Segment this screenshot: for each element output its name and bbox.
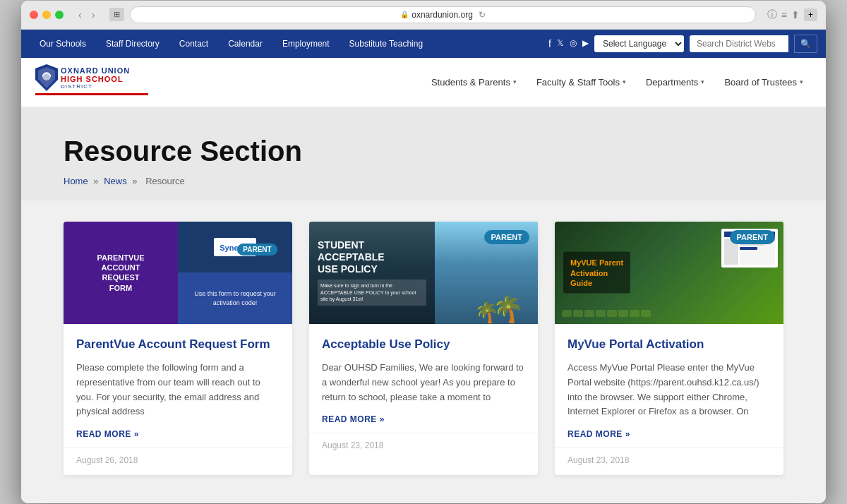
breadcrumb-sep2: » <box>132 176 140 186</box>
nav-our-schools[interactable]: Our Schools <box>30 30 96 58</box>
nav-menu: Students & Parents ▾ Faculty & Staff Too… <box>423 71 812 93</box>
nav-buttons: ‹ › <box>75 8 98 22</box>
logo-subtitle: DISTRICT <box>61 83 130 90</box>
card-parentvue-text: Please complete the following form and a… <box>76 361 280 419</box>
social-icons: f 𝕏 ◎ ▶ <box>548 38 589 49</box>
keyboard-keys <box>562 310 776 317</box>
close-button[interactable] <box>30 11 38 19</box>
address-bar[interactable]: 🔒 oxnardunion.org ↻ <box>130 6 755 23</box>
card-myvue-body: MyVue Portal Activation Access MyVue Por… <box>555 324 783 448</box>
card-acceptable-use-title: Acceptable Use Policy <box>322 337 525 352</box>
logo-line <box>35 93 148 95</box>
card-acceptable-use-date: August 23, 2018 <box>309 433 538 460</box>
breadcrumb-current: Resource <box>145 176 185 186</box>
forward-button[interactable]: › <box>88 8 99 22</box>
nav-staff-directory[interactable]: Staff Directory <box>96 30 169 58</box>
logo-text: OXNARD UNION HIGH SCHOOL DISTRICT <box>61 66 130 90</box>
traffic-lights <box>30 11 64 19</box>
browser-actions: ⓘ ≡ ⬆ + <box>767 8 817 21</box>
card-acceptable-use-badge: PARENT <box>484 230 529 244</box>
card1-bl-text: Use this form to request your activation… <box>182 289 288 307</box>
logo-top: OXNARD UNION HIGH SCHOOL DISTRICT <box>35 64 130 91</box>
logo-shield-icon <box>35 64 58 91</box>
card2-title: STUDENTACCEPTABLEUSE POLICY <box>318 239 426 275</box>
tab-icon: ⊞ <box>109 8 124 21</box>
card-myvue-badge: PARENT <box>730 230 775 244</box>
facebook-icon[interactable]: f <box>548 38 551 49</box>
reader-button[interactable]: ≡ <box>781 8 787 21</box>
refresh-icon[interactable]: ↻ <box>479 10 486 20</box>
language-select[interactable]: Select Language <box>594 35 684 52</box>
page-content: Resource Section Home » News » Resource … <box>21 107 826 503</box>
nav-contact[interactable]: Contact <box>169 30 218 58</box>
card1-tl-text: PARENTVUEACCOUNTREQUESTFORM <box>97 253 144 293</box>
card-myvue-image: MyVUE ParentActivationGuide <box>555 222 783 324</box>
card1-tl: PARENTVUEACCOUNTREQUESTFORM <box>64 222 178 324</box>
chevron-down-icon: ▾ <box>623 78 626 85</box>
logo-area: OXNARD UNION HIGH SCHOOL DISTRICT <box>35 64 148 100</box>
card-parentvue-image: PARENTVUEACCOUNTREQUESTFORM Synergy PARE… <box>64 222 292 324</box>
card-myvue: MyVUE ParentActivationGuide <box>555 222 783 475</box>
nav-calendar[interactable]: Calendar <box>218 30 272 58</box>
card1-bl: Use this form to request your activation… <box>178 272 292 324</box>
youtube-icon[interactable]: ▶ <box>582 38 589 49</box>
search-input[interactable] <box>690 35 788 52</box>
top-nav-links: Our Schools Staff Directory Contact Cale… <box>30 30 548 58</box>
info-button[interactable]: ⓘ <box>767 8 777 21</box>
expand-button[interactable]: + <box>804 8 817 21</box>
main-nav: OXNARD UNION HIGH SCHOOL DISTRICT Studen… <box>21 58 826 107</box>
chevron-down-icon: ▾ <box>701 78 704 85</box>
top-nav-right: f 𝕏 ◎ ▶ Select Language 🔍 <box>548 35 817 53</box>
card3-title-overlay: MyVUE ParentActivationGuide <box>563 252 630 294</box>
nav-board-trustees[interactable]: Board of Trustees ▾ <box>716 71 812 93</box>
tab-bar: ⊞ <box>109 8 124 21</box>
instagram-icon[interactable]: ◎ <box>570 38 577 49</box>
page-title: Resource Section <box>64 136 783 167</box>
cards-grid: PARENTVUEACCOUNTREQUESTFORM Synergy PARE… <box>21 200 826 503</box>
nav-employment[interactable]: Employment <box>272 30 340 58</box>
card-parentvue-read-more[interactable]: READ MORE » <box>76 429 280 439</box>
card-parentvue-title: ParentVue Account Request Form <box>76 337 280 352</box>
maximize-button[interactable] <box>55 11 64 19</box>
browser-titlebar: ‹ › ⊞ 🔒 oxnardunion.org ↻ ⓘ ≡ ⬆ + <box>21 1 826 30</box>
url-text: oxnardunion.org <box>412 10 473 20</box>
card1-tr: Synergy PARENT <box>178 222 292 273</box>
card-myvue-date: August 23, 2018 <box>555 448 783 475</box>
minimize-button[interactable] <box>42 11 51 19</box>
card3-title-text: MyVUE ParentActivationGuide <box>570 258 623 288</box>
card-parentvue-badge: PARENT <box>237 244 277 256</box>
share-button[interactable]: ⬆ <box>791 8 800 21</box>
logo: OXNARD UNION HIGH SCHOOL DISTRICT <box>35 64 148 100</box>
breadcrumb-home[interactable]: Home <box>64 176 88 186</box>
nav-departments[interactable]: Departments ▾ <box>637 71 713 93</box>
card-acceptable-use-read-more[interactable]: READ MORE » <box>322 414 525 424</box>
card-parentvue: PARENTVUEACCOUNTREQUESTFORM Synergy PARE… <box>64 222 292 475</box>
card-parentvue-date: August 26, 2018 <box>64 448 292 475</box>
page-header: Resource Section Home » News » Resource <box>21 107 826 200</box>
chevron-down-icon: ▾ <box>513 78 517 85</box>
browser-window: ‹ › ⊞ 🔒 oxnardunion.org ↻ ⓘ ≡ ⬆ + Our Sc… <box>21 1 826 503</box>
card2-overlay: STUDENTACCEPTABLEUSE POLICY Make sure to… <box>309 222 435 324</box>
card-acceptable-use-body: Acceptable Use Policy Dear OUHSD Familie… <box>309 324 538 433</box>
card2-subtitle-text: Make sure to sign and turn in the ACCEPT… <box>320 282 424 303</box>
card-acceptable-use-text: Dear OUHSD Families, We are looking forw… <box>322 361 525 404</box>
breadcrumb-news[interactable]: News <box>104 176 127 186</box>
lock-icon: 🔒 <box>400 11 409 18</box>
back-button[interactable]: ‹ <box>75 8 85 22</box>
twitter-icon[interactable]: 𝕏 <box>557 38 564 49</box>
card-acceptable-use: 🌴 🌴 STUDENTACCEPTABLEUSE POLICY Make sur… <box>309 222 538 475</box>
breadcrumb-sep1: » <box>93 176 101 186</box>
chevron-down-icon: ▾ <box>800 78 803 85</box>
top-nav: Our Schools Staff Directory Contact Cale… <box>21 30 826 58</box>
card-myvue-text: Access MyVue Portal Please enter the MyV… <box>567 361 771 419</box>
logo-oxnard: OXNARD UNION <box>61 66 130 75</box>
search-button[interactable]: 🔍 <box>794 35 817 53</box>
card2-subtitle: Make sure to sign and turn in the ACCEPT… <box>318 280 426 306</box>
nav-students-parents[interactable]: Students & Parents ▾ <box>423 71 525 93</box>
card-acceptable-use-image: 🌴 🌴 STUDENTACCEPTABLEUSE POLICY Make sur… <box>309 222 538 324</box>
palm-tree-icon2: 🌴 <box>474 301 499 324</box>
nav-substitute-teaching[interactable]: Substitute Teaching <box>340 30 433 58</box>
card-parentvue-body: ParentVue Account Request Form Please co… <box>64 324 292 448</box>
card-myvue-read-more[interactable]: READ MORE » <box>567 429 771 439</box>
nav-faculty-staff[interactable]: Faculty & Staff Tools ▾ <box>528 71 635 93</box>
